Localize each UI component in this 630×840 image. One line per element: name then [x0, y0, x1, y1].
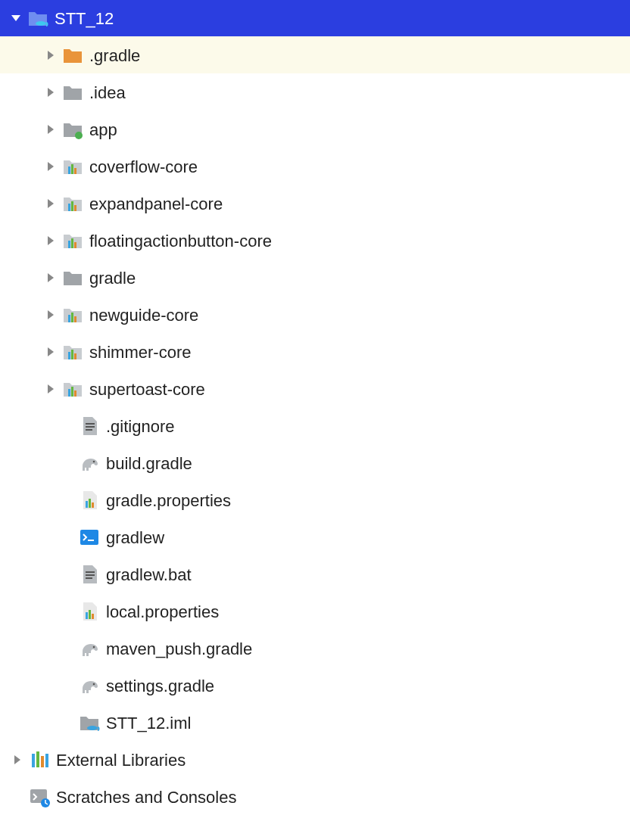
tree-item[interactable]: maven_push.gradle — [0, 630, 630, 667]
tree-item-label: floatingactionbutton-core — [89, 222, 272, 260]
expand-arrow-down-icon[interactable] — [9, 11, 23, 25]
module-icon — [62, 230, 83, 251]
tree-item-label: Scratches and Consoles — [56, 778, 236, 816]
folder-dot-icon — [62, 119, 83, 140]
tree-root[interactable]: STT_12 — [0, 0, 630, 36]
tree-item-label: gradlew.bat — [106, 555, 192, 593]
props-icon — [79, 490, 100, 511]
tree-item[interactable]: coverflow-core — [0, 148, 630, 185]
module-icon — [62, 341, 83, 362]
tree-item-label: STT_12.iml — [106, 704, 191, 742]
tree-item-label: supertoast-core — [89, 370, 205, 408]
scratch-icon — [29, 786, 50, 807]
tree-item[interactable]: local.properties — [0, 593, 630, 630]
tree-item[interactable]: gradle.properties — [0, 481, 630, 518]
folder-orange-icon — [62, 45, 83, 66]
tree-item[interactable]: shimmer-core — [0, 333, 630, 370]
textfile-icon — [79, 564, 100, 585]
tree-item-label: gradle.properties — [106, 481, 231, 519]
arrow-spacer — [11, 790, 24, 804]
tree-item[interactable]: supertoast-core — [0, 370, 630, 407]
tree-item[interactable]: build.gradle — [0, 444, 630, 481]
project-tree[interactable]: STT_12 .gradle.ideaappcoverflow-coreexpa… — [0, 0, 630, 815]
tree-item-label: shimmer-core — [89, 333, 191, 371]
tree-item[interactable]: floatingactionbutton-core — [0, 222, 630, 259]
folder-icon — [62, 82, 83, 103]
expand-arrow-right-icon[interactable] — [44, 197, 58, 210]
props-icon — [79, 601, 100, 622]
root-label: STT_12 — [55, 0, 114, 37]
expand-arrow-right-icon[interactable] — [11, 753, 24, 767]
libs-icon — [29, 749, 50, 770]
tree-item-label: .idea — [89, 73, 126, 111]
tree-root-item[interactable]: External Libraries — [0, 741, 630, 778]
tree-item-label: maven_push.gradle — [106, 630, 252, 667]
project-icon — [27, 8, 48, 29]
tree-item[interactable]: gradlew — [0, 518, 630, 555]
tree-item[interactable]: .gradle — [0, 36, 630, 73]
expand-arrow-right-icon[interactable] — [44, 86, 58, 99]
tree-item-label: app — [89, 110, 117, 148]
expand-arrow-right-icon[interactable] — [44, 345, 58, 359]
expand-arrow-right-icon[interactable] — [44, 308, 58, 322]
tree-item[interactable]: settings.gradle — [0, 667, 630, 704]
tree-item-label: gradlew — [106, 518, 164, 556]
tree-item[interactable]: gradlew.bat — [0, 555, 630, 593]
tree-item[interactable]: STT_12.iml — [0, 704, 630, 741]
tree-item-label: coverflow-core — [89, 148, 198, 185]
tree-item-label: expandpanel-core — [89, 185, 223, 222]
tree-item[interactable]: .gitignore — [0, 407, 630, 444]
tree-item-label: local.properties — [106, 593, 219, 630]
tree-item-label: build.gradle — [106, 444, 192, 482]
module-icon — [62, 378, 83, 400]
tree-item[interactable]: expandpanel-core — [0, 185, 630, 222]
tree-item[interactable]: newguide-core — [0, 296, 630, 333]
terminal-icon — [79, 527, 100, 548]
tree-item[interactable]: gradle — [0, 259, 630, 296]
tree-root-item[interactable]: Scratches and Consoles — [0, 778, 630, 815]
expand-arrow-right-icon[interactable] — [44, 234, 58, 247]
module-icon — [62, 304, 83, 325]
tree-item-label: .gitignore — [106, 407, 175, 445]
expand-arrow-right-icon[interactable] — [44, 160, 58, 173]
tree-item-label: External Libraries — [56, 741, 186, 779]
expand-arrow-right-icon[interactable] — [44, 123, 58, 136]
elephant-icon — [79, 453, 100, 474]
tree-item[interactable]: .idea — [0, 73, 630, 110]
folder-icon — [62, 267, 83, 288]
module-icon — [62, 193, 83, 214]
textfile-icon — [79, 415, 100, 437]
tree-item-label: settings.gradle — [106, 667, 214, 705]
tree-item[interactable]: app — [0, 110, 630, 148]
elephant-icon — [79, 638, 100, 659]
expand-arrow-right-icon[interactable] — [44, 48, 58, 62]
tree-item-label: gradle — [89, 259, 136, 297]
tree-item-label: .gradle — [89, 36, 140, 74]
iml-icon — [79, 712, 100, 733]
module-icon — [62, 156, 83, 177]
expand-arrow-right-icon[interactable] — [44, 382, 58, 396]
elephant-icon — [79, 675, 100, 696]
expand-arrow-right-icon[interactable] — [44, 271, 58, 285]
tree-item-label: newguide-core — [89, 296, 198, 334]
